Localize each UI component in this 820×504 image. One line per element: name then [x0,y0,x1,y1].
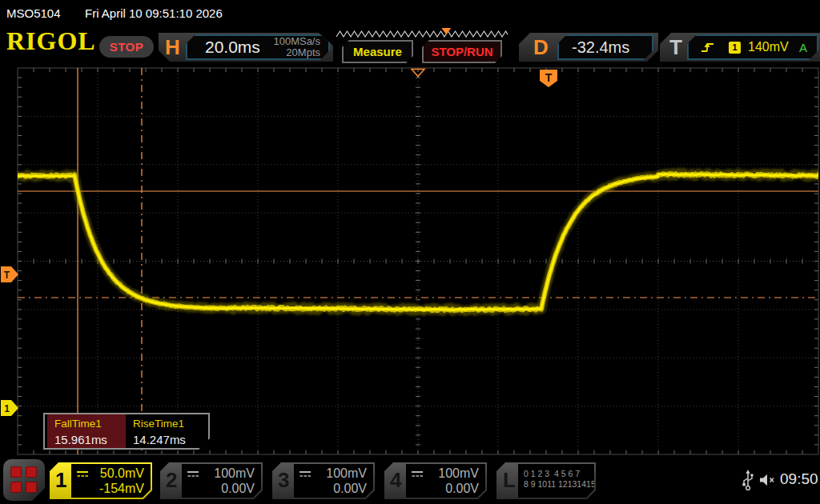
dc-coupling-icon [299,470,312,478]
channel-2-box[interactable]: 2 100mV 0.00V [160,462,263,499]
delay-settings[interactable]: D -32.4ms [519,33,658,62]
measurement-label: RiseTime1 [133,418,204,430]
svg-text:T: T [545,71,553,84]
model-name: MSO5104 [6,6,61,20]
measurement-falltime1[interactable]: FallTime1 15.961ms [47,414,126,448]
sample-rate: 100MSa/s [273,36,320,47]
svg-text:T: T [4,270,10,281]
logic-row-1: 0 1 2 3 4 5 6 7 [518,464,594,479]
dc-coupling-icon [187,470,199,478]
measurement-label: FallTime1 [54,418,126,430]
trigger-settings[interactable]: T 1 140mV A [660,33,820,62]
delay-label: D [533,35,549,60]
measurement-risetime1[interactable]: RiseTime1 14.247ms [126,414,204,448]
channel-number: 1 [55,468,66,493]
acquisition-status-badge[interactable]: STOP [99,36,154,58]
timebase-value: 20.0ms [205,38,260,57]
measure-button[interactable]: Measure [342,40,413,63]
record-overview-bar[interactable] [335,27,508,40]
channel-number: 2 [166,468,177,493]
channel-scale: 100mV [438,466,480,481]
usb-icon [742,469,754,491]
channel-offset: 0.00V [187,482,256,496]
measurement-value: 14.247ms [133,433,204,446]
logic-channels-box[interactable]: L 0 1 2 3 4 5 6 7 8 9 1011 12131415 [496,462,596,499]
graticule [18,68,818,454]
oscilloscope-screen: TT1 MSO5104 Fri April 10 09:51:10 2026 R… [0,0,820,504]
logic-label: L [503,468,516,493]
header-bar: RIGOL STOP H 20.0ms 100MSa/s 20Mpts Meas… [0,26,820,67]
channel-scale: 50.0mV [100,466,146,481]
dc-coupling-icon [76,470,89,478]
delay-value: -32.4ms [572,38,629,57]
channel-1-box[interactable]: 1 50.0mV -154mV [50,462,152,499]
rising-edge-trigger-icon [700,40,716,54]
svg-text:1: 1 [4,403,10,414]
system-datetime: Fri April 10 09:51:10 2026 [85,6,223,20]
channel-4-box[interactable]: 4 100mV 0.00V [384,462,487,499]
channel-status-bar: 1 50.0mV -154mV 2 [0,458,820,504]
titlebar: MSO5104 Fri April 10 09:51:10 2026 [0,0,820,26]
channel-offset: 0.00V [411,482,480,496]
timebase-box[interactable]: 20.0ms 100MSa/s 20Mpts [186,34,330,60]
memory-depth: 20Mpts [273,47,320,58]
horizontal-settings[interactable]: H 20.0ms 100MSa/s 20Mpts [159,33,333,62]
channel-menu-icon[interactable] [3,459,45,501]
rigol-logo: RIGOL [6,26,96,56]
measurement-panel: FallTime1 15.961ms RiseTime1 14.247ms [43,413,210,450]
trigger-source-badge: 1 [729,42,741,54]
trigger-label: T [669,35,682,60]
trigger-box[interactable]: 1 140mV A [687,34,818,60]
channel-3-box[interactable]: 3 100mV 0.00V [272,462,375,499]
channel-number: 3 [278,468,289,493]
channel-offset: -154mV [76,482,146,496]
channel-scale: 100mV [326,466,368,481]
channel-offset: 0.00V [299,482,368,496]
logic-row-2: 8 9 1011 12131415 [518,479,594,490]
delay-box[interactable]: -32.4ms [557,34,653,60]
speaker-muted-icon [759,474,777,486]
clock: 09:50 [780,470,818,488]
measurement-value: 15.961ms [54,433,126,446]
dc-coupling-icon [411,470,424,478]
channel-number: 4 [390,468,401,493]
channel-scale: 100mV [214,466,256,481]
horizontal-label: H [165,35,180,60]
trigger-level-value: 140mV [748,40,789,54]
stop-run-button[interactable]: STOP/RUN [422,40,502,63]
trigger-sweep-mode: A [799,41,807,54]
